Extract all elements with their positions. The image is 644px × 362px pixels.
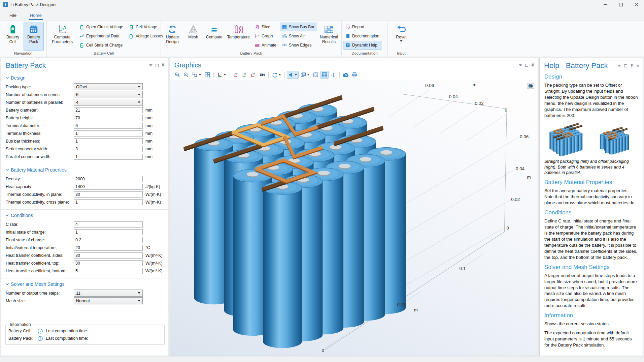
edges-dots-icon — [282, 42, 287, 48]
graphics-toolbar-view-frame-button[interactable] — [312, 71, 320, 79]
heat-transfer-coefficient-bottom-input[interactable] — [74, 268, 143, 274]
packing-type-select[interactable]: Offset — [74, 83, 143, 90]
reset-dropdown-caret[interactable] — [400, 40, 403, 42]
graphics-toolbar-scene-projection-button[interactable] — [258, 71, 266, 79]
thermal-conductivity-cross-plane-input[interactable] — [74, 199, 143, 205]
ribbon-button-dynamic-help[interactable]: ? Dynamic Help — [343, 41, 382, 50]
heat-transfer-coefficient-top-input[interactable] — [74, 260, 143, 266]
ribbon-button-numerical-results[interactable]: Numerical Results — [318, 22, 340, 51]
terminal-thickness-input[interactable] — [74, 130, 143, 137]
section-header-solver-and-mesh-settings[interactable]: Solver and Mesh Settings — [6, 281, 168, 287]
ribbon-button-report[interactable]: Report — [343, 23, 382, 31]
panel-menu-chevron-icon[interactable] — [618, 65, 621, 67]
ribbon-button-graph[interactable]: Graph — [252, 32, 279, 40]
panel-float-icon[interactable] — [624, 64, 627, 67]
info-row-battery-cell: Battery Cell: Last computation time: — [8, 327, 162, 335]
minimize-icon[interactable] — [598, 0, 613, 9]
ribbon-button-documentation[interactable]: Documentation — [343, 32, 382, 40]
dropdown-caret-icon[interactable] — [279, 74, 281, 76]
initial-external-temperature-input[interactable] — [74, 245, 143, 251]
ribbon-button-show-air[interactable]: Show Air — [280, 32, 317, 40]
ribbon-button-reset[interactable]: Reset — [391, 22, 411, 51]
graphics-toolbar-scene-light-button[interactable] — [287, 71, 299, 79]
ribbon-button-animate[interactable]: Animate — [252, 41, 279, 50]
battery-diameter-input[interactable] — [74, 107, 143, 113]
panel-menu-chevron-icon[interactable] — [149, 64, 152, 66]
number-of-batteries-in-parallel-select[interactable]: 4 — [74, 99, 143, 106]
dropdown-caret-icon[interactable] — [199, 74, 201, 76]
c-rate-input[interactable] — [74, 221, 143, 228]
default-3d-view-icon — [217, 72, 223, 78]
slice-icon — [255, 24, 260, 30]
number-of-batteries-in-series-select[interactable]: 6 — [74, 91, 143, 98]
graphics-toolbar-show-grid-button[interactable] — [320, 71, 329, 79]
ribbon-button-compute[interactable]: Compute — [204, 22, 225, 51]
ribbon-button-update-design[interactable]: Update Design — [162, 22, 182, 51]
graphics-toolbar-zoom-box-button[interactable] — [191, 71, 203, 79]
graphics-toolbar-yz-view-button[interactable]: yz — [241, 71, 249, 79]
battery-losses-icon — [129, 33, 134, 39]
graphics-toolbar-zoom-out-button[interactable] — [182, 71, 190, 79]
toolbar-separator — [284, 72, 285, 78]
ribbon-button-battery-cell[interactable]: Battery Cell — [3, 22, 23, 51]
ribbon-button-battery-pack[interactable]: Battery Pack — [24, 22, 44, 51]
graphics-toolbar-axis-orientation-button[interactable] — [329, 71, 337, 79]
tab-file[interactable]: File — [5, 11, 21, 21]
select-caret-icon — [138, 292, 140, 294]
final-state-of-charge-input[interactable] — [74, 237, 143, 243]
graphics-toolbar-zoom-in-button[interactable] — [173, 71, 181, 79]
ribbon-button-slice[interactable]: Slice — [252, 23, 279, 31]
ribbon-button-compute-parameters[interactable]: Compute Parameters — [48, 22, 76, 51]
graphics-toolbar-xy-view-button[interactable]: xy — [232, 71, 240, 79]
heat-capacity-input[interactable] — [74, 184, 143, 190]
close-icon[interactable] — [629, 0, 644, 9]
graphics-toolbar-xz-view-button[interactable]: xz — [249, 71, 258, 79]
parallel-connector-width-input[interactable] — [74, 154, 143, 160]
graphics-canvas[interactable]: 0.060.040.020m0.060.04m0.0200.10.05m0 — [170, 80, 538, 356]
section-header-conditions[interactable]: Conditions — [6, 213, 168, 218]
battery-height-input[interactable] — [74, 115, 143, 121]
graphics-toolbar-zoom-extents-button[interactable] — [203, 71, 211, 79]
initial-state-of-charge-input[interactable] — [74, 229, 143, 235]
mesh-size-select[interactable]: Normal — [74, 297, 143, 304]
bus-bar-thickness-input[interactable] — [74, 138, 143, 144]
ribbon-button-cell-voltage[interactable]: Cell Voltage — [127, 23, 166, 31]
tab-home[interactable]: Home — [26, 11, 46, 21]
panel-menu-chevron-icon[interactable] — [519, 64, 522, 66]
panel-pin-icon[interactable] — [630, 64, 633, 68]
ribbon-button-temperature[interactable]: Temperature — [225, 22, 252, 51]
ribbon-button-cell-state-of-charge[interactable]: Cell State of Charge — [77, 41, 126, 50]
graphics-toolbar-print-button[interactable] — [350, 71, 359, 79]
ribbon-button-experimental-data[interactable]: Experimental Data — [77, 32, 126, 40]
thermal-conductivity-in-plane-input[interactable] — [74, 191, 143, 198]
ribbon-button-show-bus-bar[interactable]: Show Bus Bar — [280, 23, 317, 31]
information-legend: Information — [8, 322, 32, 327]
panel-pin-icon[interactable] — [162, 63, 165, 67]
panel-pin-icon[interactable] — [531, 63, 534, 67]
dropdown-caret-icon[interactable] — [224, 74, 226, 76]
graphics-toolbar-default-3d-view-button[interactable] — [216, 71, 228, 79]
density-input[interactable] — [74, 176, 143, 182]
dropdown-caret-icon[interactable] — [295, 74, 297, 76]
ribbon-button-mesh[interactable]: Mesh — [183, 22, 203, 51]
maximize-icon[interactable] — [613, 0, 629, 9]
panel-float-icon[interactable] — [525, 64, 528, 67]
panel-float-icon[interactable] — [156, 64, 159, 67]
ribbon-button-voltage-losses[interactable]: Voltage Losses — [127, 32, 166, 40]
select-caret-icon — [138, 300, 140, 302]
terminal-diameter-input[interactable] — [74, 123, 143, 129]
graphics-toolbar-rotate-view-button[interactable] — [271, 71, 282, 79]
graphics-toolbar-view-options-button[interactable] — [299, 71, 311, 79]
section-header-battery-material-properties[interactable]: Battery Material Properties — [6, 167, 168, 173]
view-navigation-icon[interactable] — [527, 83, 534, 89]
ribbon-button-show-edges[interactable]: Show Edges — [280, 41, 317, 50]
section-header-design[interactable]: Design — [6, 75, 168, 81]
information-group: Information Battery Cell: Last computati… — [5, 322, 165, 345]
serial-connector-width-input[interactable] — [74, 146, 143, 152]
graphics-toolbar-snapshot-button[interactable] — [342, 71, 350, 79]
ribbon-button-open-circuit-voltage[interactable]: Open Circuit Voltage — [77, 23, 126, 31]
dropdown-caret-icon[interactable] — [307, 74, 309, 76]
number-of-output-time-steps-select[interactable]: 11 — [74, 290, 143, 297]
heat-transfer-coefficient-sides-input[interactable] — [74, 252, 143, 259]
panel-close-icon[interactable] — [636, 64, 639, 67]
